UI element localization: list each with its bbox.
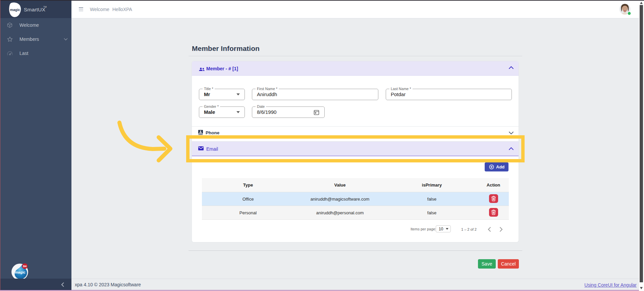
svg-text:magic: magic	[15, 270, 25, 274]
svg-text:84: 84	[23, 264, 27, 268]
svg-text:magic: magic	[10, 8, 20, 12]
